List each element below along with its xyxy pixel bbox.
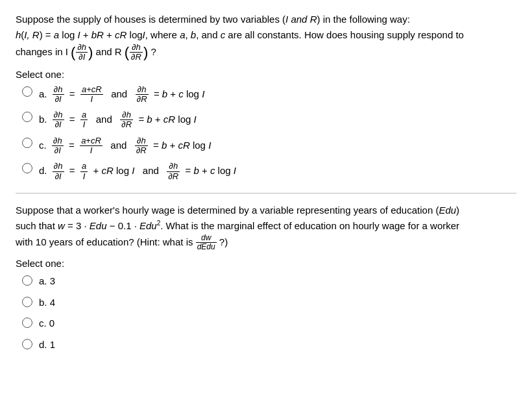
q1-vars: I and R	[285, 14, 317, 25]
q1-radio-a[interactable]	[22, 86, 32, 97]
q1-partial-R-den: ∂R	[130, 53, 143, 62]
q2-option-d[interactable]: d. 1	[22, 338, 516, 353]
question-2: Suppose that a worker's hourly wage is d…	[16, 203, 516, 352]
q1-c-frac2: a+cR I	[80, 136, 103, 156]
question-1-text: Suppose the supply of houses is determin…	[16, 12, 516, 62]
q2-formula: such that w = 3 · Edu − 0.1 · Edu2. What…	[16, 220, 459, 231]
q2-option-c-label: c. 0	[39, 316, 54, 331]
q1-c-frac3: ∂h ∂R	[135, 136, 148, 156]
q2-radio-b[interactable]	[22, 297, 32, 307]
q2-option-d-label: d. 1	[39, 338, 55, 353]
q2-option-a[interactable]: a. 3	[22, 274, 516, 289]
q1-changes-text: changes in I	[16, 46, 71, 57]
q1-option-c-label: c. ∂h ∂I = a+cR I and ∂h ∂R = b + cR log…	[39, 136, 211, 156]
q2-hint-frac: dw dEdu	[196, 234, 217, 251]
q1-and-R: and R	[96, 46, 125, 57]
q1-a-frac1: ∂h ∂I	[53, 85, 64, 105]
q1-partial-R-wrap: ( ∂h ∂R )	[125, 43, 148, 62]
q2-options-list: a. 3 b. 4 c. 0 d. 1	[16, 274, 516, 352]
q1-partial-R-num: ∂h	[130, 43, 143, 53]
q2-option-b[interactable]: b. 4	[22, 295, 516, 310]
question-2-text: Suppose that a worker's hourly wage is d…	[16, 203, 516, 251]
q1-radio-c[interactable]	[22, 138, 32, 148]
q2-select-one-label: Select one:	[16, 258, 516, 269]
q2-radio-d[interactable]	[22, 339, 32, 349]
q2-intro2: )	[456, 205, 459, 216]
q1-partial-I-wrap: ( ∂h ∂I )	[71, 43, 93, 62]
q1-intro: Suppose the supply of houses is determin…	[16, 14, 285, 25]
question-divider	[16, 193, 516, 194]
q1-option-a[interactable]: a. ∂h ∂I = a+cR I and ∂h ∂R = b + c log …	[22, 85, 516, 105]
q2-intro: Suppose that a worker's hourly wage is d…	[16, 205, 439, 216]
q1-d-frac3: ∂h ∂R	[167, 162, 180, 181]
q1-option-b-label: b. ∂h ∂I = a I and ∂h ∂R = b + cR log I	[39, 110, 197, 130]
q2-hint-text: with 10 years of education? (Hint: what …	[16, 236, 196, 247]
question-1: Suppose the supply of houses is determin…	[16, 12, 516, 181]
q2-option-c[interactable]: c. 0	[22, 316, 516, 331]
q1-partial-I-den: ∂I	[76, 53, 88, 62]
q1-d-frac1: ∂h ∂I	[53, 162, 64, 181]
q2-option-b-label: b. 4	[39, 295, 55, 310]
q2-option-a-label: a. 3	[39, 274, 55, 289]
q1-b-frac2: a I	[80, 110, 88, 130]
q1-formula: h(I, R) = a log I + bR + cR logI, where …	[16, 29, 464, 40]
q1-select-one-label: Select one:	[16, 69, 516, 80]
q1-partial-I: ∂h ∂I	[76, 43, 88, 62]
q1-b-frac3: ∂h ∂R	[120, 110, 133, 130]
q1-options-list: a. ∂h ∂I = a+cR I and ∂h ∂R = b + c log …	[16, 85, 516, 181]
q1-option-a-label: a. ∂h ∂I = a+cR I and ∂h ∂R = b + c log …	[39, 85, 204, 105]
q2-edu-var: Edu	[439, 205, 456, 216]
q2-radio-c[interactable]	[22, 318, 32, 328]
q1-b-frac1: ∂h ∂I	[53, 110, 64, 130]
q1-c-frac1: ∂h ∂I	[52, 136, 64, 156]
q1-partial-R: ∂h ∂R	[130, 43, 143, 62]
q1-option-d-label: d. ∂h ∂I = a I + cR log I and ∂h ∂R = b …	[39, 162, 236, 181]
q1-radio-b[interactable]	[22, 112, 32, 122]
q1-partial-I-num: ∂h	[76, 43, 88, 53]
q1-question-end: ?	[151, 46, 156, 57]
q1-option-c[interactable]: c. ∂h ∂I = a+cR I and ∂h ∂R = b + cR log…	[22, 136, 516, 156]
q2-radio-a[interactable]	[22, 275, 32, 286]
q2-hint-end: ?)	[219, 236, 228, 247]
q1-radio-d[interactable]	[22, 163, 32, 173]
q1-a-frac2: a+cR I	[80, 85, 103, 105]
q1-option-b[interactable]: b. ∂h ∂I = a I and ∂h ∂R = b + cR log I	[22, 110, 516, 130]
q1-a-frac3: ∂h ∂R	[136, 85, 149, 105]
q1-intro2: ) in the following way:	[317, 14, 409, 25]
q1-option-d[interactable]: d. ∂h ∂I = a I + cR log I and ∂h ∂R = b …	[22, 162, 516, 181]
q1-d-frac2: a I	[80, 162, 88, 181]
